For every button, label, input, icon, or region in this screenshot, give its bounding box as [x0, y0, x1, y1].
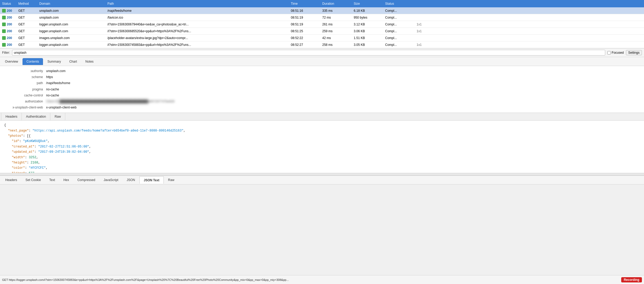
focused-checkbox-area[interactable]: Focused [607, 51, 624, 54]
row-size: 3.06 KB [354, 29, 385, 33]
horizontal-scrollbar[interactable] [0, 173, 644, 176]
row-statustext: Compl... [385, 16, 417, 19]
row-domain: images.unsplash.com [39, 36, 107, 40]
bottom-tab-setcookie[interactable]: Set Cookie [21, 176, 45, 184]
row-size: 1.51 KB [354, 36, 385, 40]
json-line: "next_page": "https://api.unsplash.com/f… [4, 128, 640, 133]
row-path: /i?stm=1506300679440&e=se&se_ca=photos&s… [107, 23, 291, 26]
status-icon [2, 9, 6, 13]
row-path: /favicon.ico [107, 16, 291, 19]
table-row[interactable]: 200 GET unsplash.com /napi/feeds/home 08… [0, 7, 644, 14]
status-icon [2, 43, 6, 47]
row-time: 08:52:22 [291, 36, 322, 40]
tab-notes[interactable]: Notes [81, 58, 97, 65]
bottom-tab-raw[interactable]: Raw [164, 176, 178, 184]
row-domain: logger.unsplash.com [39, 29, 107, 33]
filter-label: Filter: [2, 51, 10, 54]
status-url: GET https://logger.unsplash.com/i?stm=15… [2, 278, 618, 281]
filter-bar: Filter: Focused Settings [0, 48, 644, 57]
request-headers-content: :authority unsplash.com :scheme https :p… [0, 66, 644, 113]
table-row[interactable]: 200 GET images.unsplash.com /placeholder… [0, 35, 644, 41]
focused-label: Focused [612, 51, 624, 54]
header-unsplash-client-row: x-unsplash-client-web x-unsplash-client-… [4, 105, 640, 111]
row-method: GET [18, 36, 39, 40]
header-authority-name: :authority [4, 69, 46, 74]
bottom-tab-headers[interactable]: Headers [1, 176, 21, 184]
header-authorization-name: authorization [4, 99, 46, 104]
header-time: Time [291, 2, 322, 6]
header-size: Size [354, 2, 385, 6]
header-scheme-name: :scheme [4, 75, 46, 80]
row-status: 200 [0, 43, 18, 47]
row-duration: 258 ms [322, 43, 354, 47]
bottom-tabs-bar: Headers Set Cookie Text Hex Compressed J… [0, 176, 644, 184]
bottom-tab-json-text[interactable]: JSON Text [139, 176, 164, 184]
header-statustext: Status [385, 2, 417, 6]
tab-overview[interactable]: Overview [1, 58, 22, 65]
status-bar: GET https://logger.unsplash.com/i?stm=15… [0, 275, 644, 284]
row-status: 200 [0, 23, 18, 26]
header-scheme-value: https [46, 75, 53, 80]
header-cache-control-row: cache-control no-cache [4, 92, 640, 99]
detail-tabs-bar: Overview Contents Summary Chart Notes [0, 57, 644, 66]
row-method: GET [18, 23, 39, 26]
filter-input[interactable] [12, 50, 605, 56]
row-time: 08:52:27 [291, 43, 322, 47]
tab-contents[interactable]: Contents [23, 58, 43, 65]
header-path-row: :path /napi/feeds/home [4, 80, 640, 86]
bottom-tab-javascript[interactable]: JavaScript [99, 176, 122, 184]
row-statustext: Compl... [385, 9, 417, 13]
recording-badge: Recording [621, 277, 642, 282]
network-table-header: Status Method Domain Path Time Duration … [0, 0, 644, 7]
bottom-tab-json[interactable]: JSON [122, 176, 139, 184]
row-duration: 72 ms [322, 16, 354, 19]
sub-tabs-bar: Headers Authentication Raw [0, 113, 644, 121]
bottom-tab-compressed[interactable]: Compressed [73, 176, 99, 184]
bottom-tab-hex[interactable]: Hex [59, 176, 73, 184]
bottom-tab-text[interactable]: Text [45, 176, 59, 184]
row-method: GET [18, 43, 39, 47]
status-icon [2, 23, 6, 26]
header-pragma-value: no-cache [46, 87, 59, 92]
row-status: 200 [0, 36, 18, 40]
row-method: GET [18, 9, 39, 13]
row-status: 200 [0, 29, 18, 33]
header-unsplash-client-name: x-unsplash-client-web [4, 105, 46, 110]
row-path: /placeholder-avatars/extra-large.jpg?dpr… [107, 36, 291, 40]
sub-tab-authentication[interactable]: Authentication [22, 113, 50, 120]
header-authority-row: :authority unsplash.com [4, 68, 640, 74]
row-duration: 259 ms [322, 29, 354, 33]
header-status: Status [0, 2, 18, 6]
header-method: Method [18, 2, 39, 6]
table-row[interactable]: 200 GET logger.unsplash.com /i?stm=15063… [0, 41, 644, 48]
json-line: "photos": [{ [4, 133, 640, 139]
table-row[interactable]: 200 GET logger.unsplash.com /i?stm=15063… [0, 28, 644, 35]
json-line: "width": 3252, [4, 155, 640, 160]
table-row[interactable]: 200 GET unsplash.com /favicon.ico 08:51:… [0, 14, 644, 21]
sub-tab-headers[interactable]: Headers [1, 113, 22, 120]
row-status: 200 [0, 9, 18, 13]
header-path-value: /napi/feeds/home [46, 81, 70, 86]
header-pragma-name: pragma [4, 87, 46, 92]
header-duration: Duration [322, 2, 354, 6]
header-authorization-value: Client-ID ██████████████████████████████… [46, 99, 174, 104]
header-authorization-row: authorization Client-ID ████████████████… [4, 99, 640, 105]
json-response-content: { "next_page": "https://api.unsplash.com… [0, 121, 644, 173]
tab-chart[interactable]: Chart [65, 58, 81, 65]
row-statustext: Compl... [385, 43, 417, 47]
sub-tab-raw[interactable]: Raw [50, 113, 65, 120]
row-duration: 42 ms [322, 36, 354, 40]
row-statustext: Compl... [385, 29, 417, 33]
row-method: GET [18, 29, 39, 33]
settings-button[interactable]: Settings [626, 50, 642, 55]
json-line: "created_at": "2017-02-27T12:51:06-05:00… [4, 144, 640, 149]
header-unsplash-client-value: x-unsplash-client-web [46, 105, 77, 110]
row-statustext: Compl... [385, 36, 417, 40]
header-cache-control-name: cache-control [4, 93, 46, 98]
table-row[interactable]: 200 GET logger.unsplash.com /i?stm=15063… [0, 21, 644, 28]
header-cache-control-value: no-cache [46, 93, 59, 98]
tab-summary[interactable]: Summary [43, 58, 65, 65]
row-path: /i?stm=1506300685520&e=pp&url=https%3A%2… [107, 29, 291, 33]
focused-checkbox[interactable] [607, 51, 611, 54]
header-pragma-row: pragma no-cache [4, 86, 640, 92]
